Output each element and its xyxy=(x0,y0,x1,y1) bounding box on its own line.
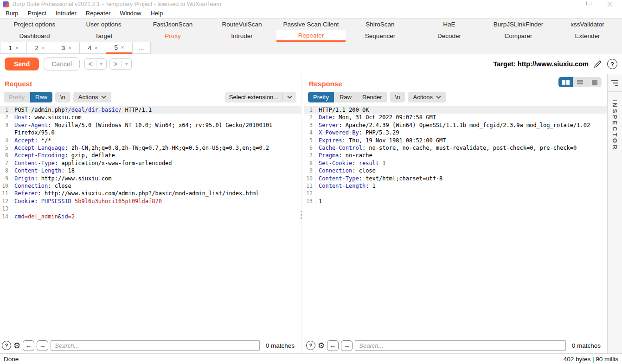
repeater-item-tab-4[interactable]: 4× xyxy=(79,42,106,54)
response-tab-n[interactable]: \n xyxy=(390,92,405,102)
request-tab-raw[interactable]: Raw xyxy=(30,92,52,102)
close-icon[interactable]: × xyxy=(68,45,71,51)
code-text xyxy=(11,205,14,212)
tab-project-options[interactable]: Project options xyxy=(0,19,69,30)
target-url: http://www.siuxiu.com xyxy=(518,60,589,68)
tab-dashboard[interactable]: Dashboard xyxy=(0,30,69,42)
code-line: 5Expires: Thu, 19 Nov 1981 08:52:00 GMT xyxy=(304,137,607,144)
response-tab-raw[interactable]: Raw xyxy=(334,92,357,102)
tab-target[interactable]: Target xyxy=(69,30,138,42)
code-line: 4Accept: */* xyxy=(0,137,301,144)
layout-stacked-button[interactable] xyxy=(573,77,587,87)
code-line: 2Host: www.siuxiu.com xyxy=(0,114,301,121)
tab-decoder[interactable]: Decoder xyxy=(415,30,484,42)
back-icon: < xyxy=(85,60,96,68)
response-tab-render[interactable]: Render xyxy=(357,92,387,102)
chevron-down-icon xyxy=(287,96,292,99)
tab-comparer[interactable]: Comparer xyxy=(484,30,553,42)
gear-icon[interactable]: ⚙ xyxy=(318,342,325,350)
request-search-input[interactable] xyxy=(51,340,259,351)
request-editor[interactable]: 1POST /admin.php?/deal/dir-basic/ HTTP/1… xyxy=(0,105,301,339)
repeater-item-tab-5[interactable]: 5× xyxy=(106,42,133,54)
select-extension-dropdown[interactable]: Select extension... xyxy=(225,92,296,102)
tab-proxy[interactable]: Proxy xyxy=(138,30,207,42)
module-tab-row-2: DashboardTargetProxyIntruderRepeaterSequ… xyxy=(0,30,622,42)
menu-item-window[interactable]: Window xyxy=(115,9,146,18)
code-text: POST /admin.php?/deal/dir-basic/ HTTP/1.… xyxy=(11,106,152,114)
close-icon[interactable]: × xyxy=(121,45,124,50)
history-forward-button[interactable]: > ▼ xyxy=(109,58,132,70)
repeater-item-tab-2[interactable]: 2× xyxy=(26,42,53,54)
repeater-item-tab-1[interactable]: 1× xyxy=(0,42,27,54)
search-help-button[interactable]: ? xyxy=(306,341,315,350)
code-line: 9Origin: http://www.siuxiu.com xyxy=(0,175,301,182)
edit-target-button[interactable] xyxy=(593,59,603,69)
response-editor[interactable]: 1HTTP/1.1 200 OK2Date: Mon, 31 Oct 2022 … xyxy=(304,105,607,339)
code-line: 14cmd=del_admin&id=2 xyxy=(0,213,301,220)
more-tabs-button[interactable]: ... xyxy=(132,42,151,54)
line-number: 10 xyxy=(0,182,11,190)
request-tab-actions[interactable]: Actions xyxy=(73,92,112,102)
menu-item-burp[interactable]: Burp xyxy=(1,9,23,18)
line-number: 12 xyxy=(304,190,315,197)
repeater-toolbar: Send Cancel < ▼ > ▼ Target: http://www.s… xyxy=(0,54,622,74)
search-help-button[interactable]: ? xyxy=(2,341,11,350)
inspector-sidebar[interactable]: INSPECTOR xyxy=(608,74,622,353)
inspector-toggle[interactable] xyxy=(608,74,622,92)
close-icon[interactable]: × xyxy=(95,45,97,51)
repeater-item-tab-3[interactable]: 3× xyxy=(53,42,80,54)
response-tab-pretty[interactable]: Pretty xyxy=(308,92,334,102)
close-icon[interactable]: × xyxy=(15,45,18,51)
tab-extender[interactable]: Extender xyxy=(553,30,622,42)
tab-routevulscan[interactable]: RouteVulScan xyxy=(207,19,276,30)
menu-item-help[interactable]: Help xyxy=(146,9,167,18)
code-line: 11Referer: http://www.siuxiu.com/admin.p… xyxy=(0,190,301,197)
tab-passive-scan-client[interactable]: Passive Scan Client xyxy=(276,19,346,30)
search-prev-button[interactable]: ← xyxy=(23,340,34,351)
search-prev-button[interactable]: ← xyxy=(327,340,339,351)
response-view-tabs: PrettyRawRender\nActions xyxy=(304,88,607,105)
cancel-button[interactable]: Cancel xyxy=(44,57,80,70)
history-back-button[interactable]: < ▼ xyxy=(84,58,107,70)
send-button[interactable]: Send xyxy=(5,57,39,70)
gear-icon[interactable]: ⚙ xyxy=(13,342,20,350)
request-tab-pretty[interactable]: Pretty xyxy=(4,92,30,102)
menu-item-project[interactable]: Project xyxy=(23,9,51,18)
chevron-down-icon xyxy=(101,96,106,99)
line-number: 7 xyxy=(0,160,11,167)
close-window-button[interactable] xyxy=(607,2,613,7)
menu-item-intruder[interactable]: Intruder xyxy=(51,9,81,18)
window-title: Burp Suite Professional v2021.2.1 - Temp… xyxy=(13,1,586,7)
tab-shiroscan[interactable]: ShiroScan xyxy=(346,19,415,30)
help-button[interactable]: ? xyxy=(607,59,617,69)
tab-sequencer[interactable]: Sequencer xyxy=(346,30,415,42)
tab-burpjslinkfinder[interactable]: BurpJSLinkFinder xyxy=(484,19,553,30)
menu-item-repeater[interactable]: Repeater xyxy=(81,9,115,18)
chevron-down-icon[interactable]: ▼ xyxy=(96,62,106,66)
code-line: 3Server: Apache/2.4.39 (Win64) OpenSSL/1… xyxy=(304,121,607,129)
tab-intruder[interactable]: Intruder xyxy=(207,30,276,42)
line-number: 14 xyxy=(0,213,11,220)
response-search-input[interactable] xyxy=(355,340,565,351)
code-text: Date: Mon, 31 Oct 2022 09:07:58 GMT xyxy=(315,114,436,121)
tab-repeater[interactable]: Repeater xyxy=(276,30,346,42)
maximize-button[interactable] xyxy=(586,1,591,5)
tab-hae[interactable]: HaE xyxy=(415,19,484,30)
code-text: Origin: http://www.siuxiu.com xyxy=(11,175,112,182)
tab-user-options[interactable]: User options xyxy=(69,19,138,30)
code-text: Content-Type: text/html;charset=utf-8 xyxy=(315,175,442,182)
layout-single-button[interactable] xyxy=(587,77,602,87)
search-next-button[interactable]: → xyxy=(341,340,353,351)
code-text: Accept: */* xyxy=(11,137,51,144)
request-tab-n[interactable]: \n xyxy=(55,92,71,102)
splitter-handle-icon[interactable] xyxy=(301,211,302,219)
line-number: 5 xyxy=(0,144,11,152)
search-next-button[interactable]: → xyxy=(37,340,48,351)
tab-number: 4 xyxy=(88,45,92,51)
tab-fastjsonscan[interactable]: FastJsonScan xyxy=(138,19,207,30)
response-tab-actions[interactable]: Actions xyxy=(408,92,446,102)
close-icon[interactable]: × xyxy=(42,45,45,51)
tab-xssvalidator[interactable]: xssValidator xyxy=(553,19,622,30)
layout-side-by-side-button[interactable] xyxy=(558,77,573,87)
chevron-down-icon[interactable]: ▼ xyxy=(122,62,131,66)
